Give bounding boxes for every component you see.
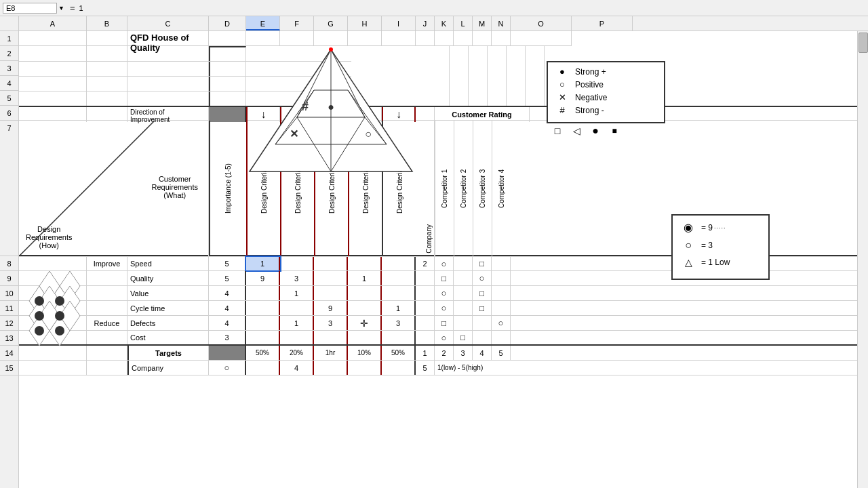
req-value[interactable]: Value: [127, 286, 209, 300]
strong-pos-icon: ●: [555, 66, 570, 77]
corner-header: [0, 16, 19, 30]
customer-rating-label: Customer Rating: [435, 107, 530, 122]
svg-text:#: #: [302, 100, 309, 113]
row-7[interactable]: 7: [0, 121, 18, 256]
svg-text:✕: ✕: [290, 128, 298, 140]
row-numbers: 1 2 3 4 5 6 7 8 9 10 11 12 13 14 15: [0, 31, 19, 488]
positive-icon: ○: [555, 79, 570, 89]
svg-point-38: [55, 326, 64, 336]
scrollbar[interactable]: [857, 31, 868, 488]
req-speed[interactable]: Speed: [127, 257, 209, 270]
cell-H8[interactable]: [348, 257, 382, 270]
cell-reference-box[interactable]: [3, 3, 57, 14]
dropdown-arrow[interactable]: ▼: [58, 5, 64, 12]
comp1-8[interactable]: ○: [435, 257, 454, 270]
row14-targets: Targets 50% 20% 1hr 10% 50% 1 2 3 4 5: [19, 346, 868, 361]
row12-defects: Reduce Defects 4 1 3 ✛ 3 □ ○: [19, 316, 868, 331]
col-header-L[interactable]: L: [454, 16, 473, 30]
symbol-legend: ● Strong + ○ Positive ✕ Negative # Stron…: [547, 61, 665, 123]
direction-label: Direction of Improvement: [127, 107, 209, 122]
rating-legend: ◉ = 9 ····· ○ = 3 △ = 1 Low: [671, 214, 770, 280]
cell-B1[interactable]: [87, 31, 127, 46]
row-8[interactable]: 8: [0, 256, 18, 271]
legend-negative: ✕ Negative: [555, 92, 657, 102]
importance-header: Importance (1-5): [209, 121, 246, 256]
company-8[interactable]: 2: [416, 257, 435, 270]
row-9[interactable]: 9: [0, 271, 18, 286]
grid-container: 1 2 3 4 5 6 7 8 9 10 11 12 13 14 15 ● St…: [0, 31, 868, 488]
comp4-8[interactable]: [492, 257, 511, 270]
strong-neg-icon: #: [555, 105, 570, 115]
formula-bar: ▼ = 1: [0, 0, 868, 16]
row-12[interactable]: 12: [0, 316, 18, 331]
req-defects[interactable]: Defects: [127, 316, 209, 330]
row-1[interactable]: 1: [0, 31, 18, 46]
legend-positive: ○ Positive: [555, 79, 657, 89]
group-reduce: Reduce: [87, 316, 127, 330]
correlations-chart: [19, 256, 87, 346]
legend-strong-neg: # Strong -: [555, 105, 657, 115]
cell-G8[interactable]: [314, 257, 348, 270]
imp-speed[interactable]: 5: [209, 257, 246, 270]
rating-3: ○ = 3: [679, 239, 762, 251]
col-header-A[interactable]: A: [19, 16, 87, 30]
row-10[interactable]: 10: [0, 286, 18, 301]
comp1-header: Competitor 1: [435, 121, 454, 256]
comp3-8[interactable]: □: [473, 257, 492, 270]
cell-B9[interactable]: [87, 271, 127, 285]
cell-I8[interactable]: [382, 257, 416, 270]
svg-point-35: [35, 311, 44, 321]
col-header-N[interactable]: N: [492, 16, 511, 30]
req-cost[interactable]: Cost: [127, 331, 209, 344]
svg-text:○: ○: [365, 128, 372, 140]
col-header-P[interactable]: P: [572, 16, 633, 30]
row6: Direction of Improvement ↓ ↑ ↓ ↑ ↓ Custo…: [19, 106, 868, 121]
row-2[interactable]: 2: [0, 46, 18, 61]
company-row-label: Company: [127, 361, 209, 375]
col-header-K[interactable]: K: [435, 16, 454, 30]
col-header-I[interactable]: I: [382, 16, 416, 30]
comp4-header: Competitor 4: [492, 121, 511, 256]
cell-A1[interactable]: [19, 31, 87, 46]
comp3-header: Competitor 3: [473, 121, 492, 256]
col-header-E[interactable]: E: [246, 16, 280, 30]
comp2-header: Competitor 2: [454, 121, 473, 256]
col-header-O[interactable]: O: [511, 16, 572, 30]
col-header-C[interactable]: C: [127, 16, 209, 30]
requirements-header: Design Requirements (How) Customer Requi…: [19, 121, 209, 256]
design-req-label: Design Requirements (How): [26, 225, 72, 249]
col-header-M[interactable]: M: [473, 16, 492, 30]
cell-F8[interactable]: [280, 257, 314, 270]
req-cycletime[interactable]: Cycle time: [127, 301, 209, 315]
row-11[interactable]: 11: [0, 301, 18, 316]
svg-text:●: ●: [328, 101, 334, 113]
col-header-B[interactable]: B: [87, 16, 127, 30]
scrollbar-thumb[interactable]: [859, 33, 868, 53]
row13-cost: Cost 3 ○ □: [19, 331, 868, 346]
row-3[interactable]: 3: [0, 61, 18, 76]
cell-C1-title[interactable]: QFD House of Quality: [127, 31, 209, 46]
col-header-J[interactable]: J: [416, 16, 435, 30]
cell-E8[interactable]: 1: [246, 257, 280, 270]
row-4[interactable]: 4: [0, 76, 18, 91]
rating-3-icon: ○: [679, 239, 697, 251]
row-15[interactable]: 15: [0, 361, 18, 375]
col-header-H[interactable]: H: [348, 16, 382, 30]
comp2-8[interactable]: [454, 257, 473, 270]
col-header-G[interactable]: G: [314, 16, 348, 30]
row-14[interactable]: 14: [0, 346, 18, 361]
company-header-cell: Company: [416, 121, 435, 256]
formula-value: 1: [79, 4, 83, 12]
imp-quality[interactable]: 5: [209, 271, 246, 285]
row-6[interactable]: 6: [0, 106, 18, 121]
row15-company: Company ○ 4 5 1(low) - 5(high): [19, 361, 868, 375]
col-header-D[interactable]: D: [209, 16, 246, 30]
customer-req-label: Customer Requirements (What): [152, 175, 198, 199]
req-quality[interactable]: Quality: [127, 271, 209, 285]
row-13[interactable]: 13: [0, 331, 18, 346]
col-header-F[interactable]: F: [280, 16, 314, 30]
formula-equals: =: [70, 3, 75, 13]
roof-svg: # ● ✕ ○: [246, 46, 416, 175]
row-5[interactable]: 5: [0, 91, 18, 106]
rating-icons-header: □ ◁ ● ■: [548, 121, 624, 141]
